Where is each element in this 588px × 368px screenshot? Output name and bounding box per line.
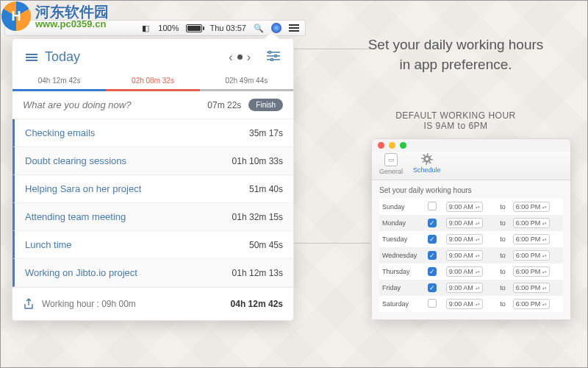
current-task-row: 07m 22s Finish [12, 91, 293, 119]
from-time-field[interactable]: 9:00 AM▴▾ [446, 250, 483, 261]
watermark: H 河东软件园 www.pc0359.cn [1, 1, 109, 31]
pref-toolbar: ▭ General Schedule [372, 152, 570, 180]
day-checkbox[interactable]: ✓ [428, 235, 437, 244]
minimize-traffic-light[interactable] [389, 142, 395, 149]
day-label: Thursday [379, 263, 425, 280]
day-label: Tuesday [379, 231, 425, 247]
pref-section-label: Set your daily working hours [379, 186, 563, 194]
schedule-row: Sunday9:00 AM▴▾to6:00 PM▴▾ [379, 199, 563, 215]
preferences-window: ▭ General Schedule Set your daily workin… [371, 138, 571, 320]
notification-center-icon[interactable] [289, 24, 299, 32]
connector-line [294, 243, 370, 244]
svg-point-3 [269, 51, 271, 53]
task-duration: 01h 32m 15s [232, 212, 283, 222]
from-time-field[interactable]: 9:00 AM▴▾ [446, 299, 483, 309]
day-label: Sunday [379, 199, 425, 215]
day-checkbox[interactable]: ✓ [428, 283, 437, 292]
from-time-field[interactable]: 9:00 AM▴▾ [446, 202, 483, 212]
close-traffic-light[interactable] [378, 142, 384, 149]
schedule-row: Thursday✓9:00 AM▴▾to6:00 PM▴▾ [379, 263, 563, 280]
day-label: Saturday [379, 296, 425, 312]
to-label: to [495, 215, 509, 231]
task-name: Lunch time [25, 239, 249, 250]
task-row[interactable]: Working on Jibto.io project01h 12m 13s [12, 259, 293, 287]
general-icon: ▭ [384, 153, 398, 166]
to-label: to [495, 247, 509, 263]
day-checkbox[interactable]: ✓ [428, 267, 437, 276]
to-time-field[interactable]: 6:00 PM▴▾ [513, 218, 551, 228]
svg-point-4 [275, 54, 277, 57]
day-label: Monday [379, 215, 425, 231]
task-row[interactable]: Attending team meeting01h 32m 15s [12, 203, 293, 231]
task-duration: 50m 45s [249, 240, 283, 250]
tab-schedule[interactable]: Schedule [413, 153, 441, 175]
to-label: to [495, 231, 509, 247]
spotlight-icon[interactable]: 🔍 [254, 23, 264, 33]
schedule-row: Tuesday✓9:00 AM▴▾to6:00 PM▴▾ [379, 231, 563, 247]
day-checkbox[interactable] [428, 202, 437, 210]
app-menubar-icon[interactable]: ◧ [140, 23, 151, 33]
watermark-logo-icon: H [1, 1, 31, 31]
segment-productive[interactable]: 04h 12m 42s [12, 74, 106, 91]
tab-general[interactable]: ▭ General [379, 153, 403, 175]
zoom-traffic-light[interactable] [400, 142, 406, 149]
schedule-row: Saturday9:00 AM▴▾to6:00 PM▴▾ [379, 296, 563, 312]
watermark-text-cn: 河东软件园 [35, 4, 109, 19]
watermark-url: www.pc0359.cn [35, 19, 109, 29]
task-duration: 01h 12m 13s [232, 268, 283, 278]
task-duration: 35m 17s [249, 128, 283, 138]
to-time-field[interactable]: 6:00 PM▴▾ [513, 266, 551, 277]
to-label: to [495, 199, 509, 215]
task-name: Doubt clearing sessions [25, 155, 232, 166]
to-label: to [495, 263, 509, 280]
tracker-footer: Working hour : 09h 00m 04h 12m 42s [12, 287, 293, 320]
day-label: Friday [379, 280, 425, 296]
task-duration: 01h 10m 33s [232, 156, 283, 166]
task-row[interactable]: Checking emails35m 17s [12, 119, 293, 147]
task-name: Working on Jibto.io project [25, 267, 232, 278]
task-name: Helping Sara on her project [25, 183, 249, 194]
segment-neutral[interactable]: 02h 49m 44s [200, 74, 293, 91]
to-time-field[interactable]: 6:00 PM▴▾ [513, 234, 551, 244]
gear-icon [421, 153, 433, 165]
from-time-field[interactable]: 9:00 AM▴▾ [446, 218, 483, 228]
task-row[interactable]: Helping Sara on her project51m 40s [12, 175, 293, 203]
subheadline: DEFAULT WORKING HOUR IS 9AM to 6PM [353, 110, 559, 131]
schedule-table: Sunday9:00 AM▴▾to6:00 PM▴▾Monday✓9:00 AM… [379, 199, 563, 312]
segment-unproductive[interactable]: 02h 08m 32s [106, 74, 199, 91]
to-time-field[interactable]: 6:00 PM▴▾ [513, 202, 551, 212]
total-duration: 04h 12m 42s [231, 299, 283, 309]
task-row[interactable]: Lunch time50m 45s [12, 231, 293, 259]
to-time-field[interactable]: 6:00 PM▴▾ [513, 299, 551, 309]
working-hour-label: Working hour : 09h 00m [42, 299, 223, 309]
task-duration: 51m 40s [249, 184, 283, 194]
time-tracker-popover: Today ‹ › 04h 12m 42s 02h 08m 32s 02h 49… [12, 38, 294, 321]
pager-nav[interactable]: ‹ › [229, 51, 251, 64]
task-name: Checking emails [25, 127, 249, 138]
filter-icon[interactable] [267, 51, 280, 64]
day-checkbox[interactable] [428, 299, 437, 308]
connector-line [288, 49, 370, 49]
to-time-field[interactable]: 6:00 PM▴▾ [513, 283, 551, 293]
schedule-row: Wednesday✓9:00 AM▴▾to6:00 PM▴▾ [379, 247, 563, 263]
finish-button[interactable]: Finish [248, 99, 283, 111]
to-time-field[interactable]: 6:00 PM▴▾ [513, 250, 551, 261]
from-time-field[interactable]: 9:00 AM▴▾ [446, 283, 483, 293]
battery-percent: 100% [158, 24, 179, 32]
from-time-field[interactable]: 9:00 AM▴▾ [446, 266, 483, 277]
current-duration: 07m 22s [207, 100, 241, 110]
view-icon[interactable] [26, 54, 37, 61]
day-checkbox[interactable]: ✓ [428, 251, 437, 260]
tracker-title: Today [45, 49, 221, 65]
day-checkbox[interactable]: ✓ [428, 219, 437, 227]
battery-icon [186, 24, 202, 32]
segment-bar: 04h 12m 42s 02h 08m 32s 02h 49m 44s [12, 74, 293, 91]
share-icon[interactable] [23, 298, 35, 310]
task-name: Attending team meeting [25, 211, 232, 222]
menubar-clock: Thu 03:57 [209, 24, 246, 32]
day-label: Wednesday [379, 247, 425, 263]
from-time-field[interactable]: 9:00 AM▴▾ [446, 234, 483, 244]
task-row[interactable]: Doubt clearing sessions01h 10m 33s [12, 147, 293, 175]
schedule-row: Monday✓9:00 AM▴▾to6:00 PM▴▾ [379, 215, 563, 231]
task-input[interactable] [23, 99, 200, 110]
